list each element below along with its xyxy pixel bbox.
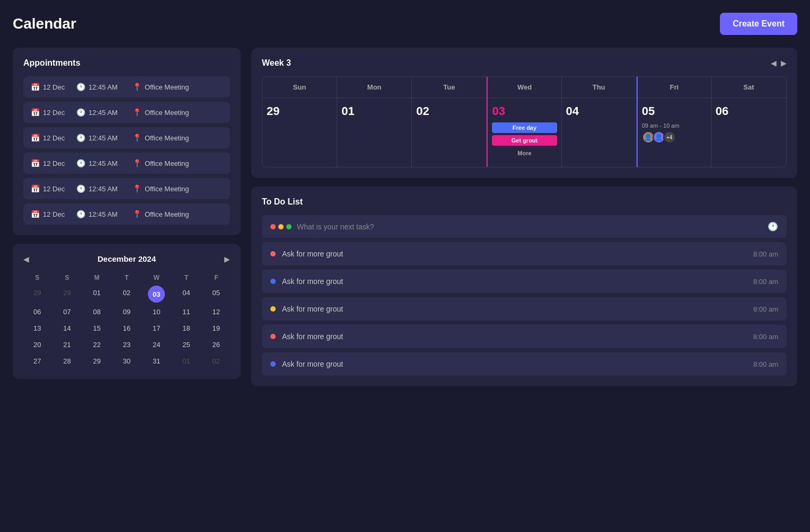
appt-time-text: 12:45 AM: [89, 83, 118, 91]
todo-item-time: 8:00 am: [753, 250, 778, 258]
calendar-icon: 📅: [31, 83, 40, 91]
pin-icon: 📍: [133, 83, 142, 91]
mini-cal-day[interactable]: 29: [83, 354, 111, 368]
mini-cal-day[interactable]: 01: [172, 354, 200, 368]
appointment-item[interactable]: 📅 12 Dec 🕐 12:45 AM 📍 Office Meeting: [23, 178, 230, 199]
mini-cal-day[interactable]: 27: [23, 354, 51, 368]
week-day-body[interactable]: 06: [711, 98, 786, 162]
left-column: Appointments 📅 12 Dec 🕐 12:45 AM 📍 Offic…: [13, 48, 241, 386]
clock-icon: 🕐: [76, 108, 85, 117]
week-day-header: Wed: [488, 77, 561, 98]
appointment-item[interactable]: 📅 12 Dec 🕐 12:45 AM 📍 Office Meeting: [23, 127, 230, 148]
mini-cal-day[interactable]: 14: [53, 321, 81, 335]
appt-time-text: 12:45 AM: [89, 185, 118, 193]
mini-cal-day[interactable]: 28: [53, 354, 81, 368]
todo-input-row[interactable]: What is your next task? 🕐: [262, 215, 787, 238]
mini-cal-day[interactable]: 07: [53, 305, 81, 319]
mini-cal-day[interactable]: 11: [172, 305, 200, 319]
appointment-item[interactable]: 📅 12 Dec 🕐 12:45 AM 📍 Office Meeting: [23, 203, 230, 225]
pin-icon: 📍: [133, 159, 142, 167]
week-day-body[interactable]: 04: [562, 98, 636, 162]
appt-date-text: 12 Dec: [43, 83, 65, 91]
mini-cal-day[interactable]: 21: [53, 338, 81, 352]
mini-cal-day[interactable]: 16: [113, 321, 140, 335]
week-day-body[interactable]: 03Free dayGet groutMore: [488, 98, 561, 167]
todo-item[interactable]: Ask for more grout 8:00 am: [262, 325, 787, 348]
appt-date: 📅 12 Dec: [31, 159, 68, 167]
mini-cal-day[interactable]: 05: [202, 286, 230, 303]
week-day-col-sat: Sat06: [711, 77, 786, 167]
mini-cal-day[interactable]: 13: [23, 321, 51, 335]
mini-cal-day[interactable]: 26: [202, 338, 230, 352]
mini-cal-day[interactable]: 02: [202, 354, 230, 368]
event-chip-get-grout[interactable]: Get grout: [492, 135, 557, 146]
todo-dot: [270, 334, 276, 339]
mini-cal-day-header: T: [113, 272, 140, 283]
mini-cal-day[interactable]: 30: [113, 354, 140, 368]
mini-cal-day[interactable]: 08: [83, 305, 111, 319]
todo-dot: [270, 251, 276, 256]
week-day-col-thu: Thu04: [562, 77, 637, 167]
mini-cal-day[interactable]: 09: [113, 305, 140, 319]
todo-item[interactable]: Ask for more grout 8:00 am: [262, 242, 787, 265]
appointment-item[interactable]: 📅 12 Dec 🕐 12:45 AM 📍 Office Meeting: [23, 153, 230, 174]
week-day-body[interactable]: 0509 am - 10 am👤👤+4: [638, 98, 711, 162]
mini-cal-day[interactable]: 10: [143, 305, 170, 319]
todo-item-time: 8:00 am: [753, 305, 778, 313]
mini-cal-day[interactable]: 24: [143, 338, 170, 352]
prev-month-button[interactable]: ◀: [23, 255, 29, 263]
event-chip-free-day[interactable]: Free day: [492, 122, 557, 133]
appointment-item[interactable]: 📅 12 Dec 🕐 12:45 AM 📍 Office Meeting: [23, 76, 230, 97]
todo-item-left: Ask for more grout: [270, 250, 343, 258]
todo-item[interactable]: Ask for more grout 8:00 am: [262, 352, 787, 376]
appt-time: 🕐 12:45 AM: [76, 210, 124, 218]
todo-item[interactable]: Ask for more grout 8:00 am: [262, 297, 787, 321]
mini-cal-day[interactable]: 01: [83, 286, 111, 303]
week-day-number: 04: [566, 104, 632, 118]
mini-cal-day[interactable]: 03: [143, 286, 170, 303]
appt-date-text: 12 Dec: [43, 134, 65, 142]
todo-item-text: Ask for more grout: [282, 305, 343, 313]
todo-item[interactable]: Ask for more grout 8:00 am: [262, 270, 787, 293]
clock-icon: 🕐: [76, 210, 85, 218]
next-month-button[interactable]: ▶: [224, 255, 230, 263]
mini-cal-day[interactable]: 18: [172, 321, 200, 335]
mini-cal-today[interactable]: 03: [148, 286, 165, 303]
event-more-link[interactable]: More: [492, 148, 557, 158]
mini-cal-day[interactable]: 15: [83, 321, 111, 335]
dot-yellow: [278, 224, 284, 229]
mini-cal-day[interactable]: 29: [23, 286, 51, 303]
week-day-body[interactable]: 01: [337, 98, 411, 162]
week-calendar: Week 3 ◀ ▶ Sun29Mon01Tue02Wed03Free dayG…: [251, 48, 797, 178]
calendar-icon: 📅: [31, 184, 40, 193]
next-week-button[interactable]: ▶: [781, 59, 787, 67]
prev-week-button[interactable]: ◀: [771, 59, 777, 67]
todo-item-left: Ask for more grout: [270, 277, 343, 286]
todo-panel: To Do List What is your next task? 🕐 Ask…: [251, 187, 797, 386]
appt-time: 🕐 12:45 AM: [76, 159, 124, 167]
mini-cal-day[interactable]: 19: [202, 321, 230, 335]
week-day-body[interactable]: 29: [262, 98, 337, 162]
mini-cal-day-header: S: [53, 272, 81, 283]
appointment-item[interactable]: 📅 12 Dec 🕐 12:45 AM 📍 Office Meeting: [23, 102, 230, 123]
mini-cal-day[interactable]: 20: [23, 338, 51, 352]
appt-date-text: 12 Dec: [43, 210, 65, 218]
mini-cal-day[interactable]: 29: [53, 286, 81, 303]
mini-cal-day[interactable]: 04: [172, 286, 200, 303]
mini-cal-day[interactable]: 23: [113, 338, 140, 352]
mini-cal-day[interactable]: 06: [23, 305, 51, 319]
mini-cal-header: ◀ December 2024 ▶: [23, 254, 230, 263]
todo-dots: [270, 224, 292, 229]
mini-cal-day[interactable]: 25: [172, 338, 200, 352]
create-event-button[interactable]: Create Event: [720, 13, 797, 35]
mini-cal-day[interactable]: 02: [113, 286, 140, 303]
week-day-header: Thu: [562, 77, 636, 98]
week-day-number: 29: [267, 104, 332, 118]
week-day-body[interactable]: 02: [412, 98, 486, 162]
appt-time: 🕐 12:45 AM: [76, 184, 124, 193]
mini-cal-day[interactable]: 31: [143, 354, 170, 368]
mini-cal-day[interactable]: 17: [143, 321, 170, 335]
mini-cal-day[interactable]: 22: [83, 338, 111, 352]
todo-item-time: 8:00 am: [753, 278, 778, 286]
mini-cal-day[interactable]: 12: [202, 305, 230, 319]
